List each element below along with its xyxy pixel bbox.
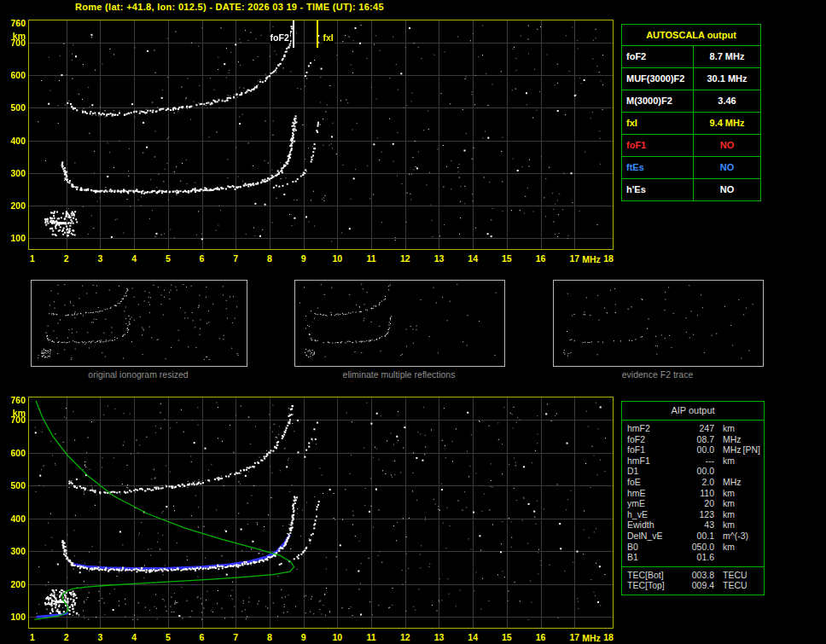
- top-plot-xtick-1: 1: [25, 253, 40, 264]
- aip-row-11: B0050.0km: [622, 542, 764, 553]
- aip-row-4: D100.0: [622, 466, 764, 477]
- bottom-plot-ytick-600: 600: [2, 448, 26, 458]
- caption-evidence-f2: evidence F2 trace: [553, 369, 762, 380]
- bottom-plot-ytick-200: 200: [2, 579, 26, 589]
- aip-param-name: foE: [622, 477, 680, 488]
- aip-row-5: foE2.0MHz: [622, 477, 764, 488]
- aip-param-value: 050.0: [680, 542, 714, 553]
- autoscala-param-label: h'Es: [622, 179, 694, 200]
- thumbnail-evidence-f2: [553, 280, 764, 367]
- bottom-plot-x-unit: MHz: [582, 633, 601, 643]
- bottom-plot-y-unit: km: [2, 408, 26, 418]
- aip-tec-row-1: TEC[Top]009.4TECU: [622, 580, 764, 591]
- aip-row-12: B101.6: [622, 552, 764, 563]
- thumbnail-original-canvas: [32, 281, 247, 366]
- aip-param-name: hmF2: [622, 423, 680, 434]
- aip-param-name: DelN_vE: [622, 531, 680, 542]
- aip-param-value: 00.0: [680, 444, 714, 455]
- bottom-plot-xtick-2: 2: [59, 632, 74, 642]
- top-plot-ytick-400: 400: [2, 136, 26, 146]
- aip-param-unit: [714, 552, 764, 563]
- ionogram-bottom-plot: [28, 397, 614, 629]
- aip-param-unit: km: [714, 519, 764, 531]
- ionogram-top-plot: foF2fxI: [28, 20, 614, 250]
- top-plot-ytick-760: 760: [2, 18, 26, 28]
- bottom-plot-xtick-3: 3: [92, 632, 108, 642]
- aip-param-name: foF2: [622, 434, 680, 445]
- top-plot-x-unit: MHz: [582, 254, 601, 264]
- aip-param-name: TEC[Top]: [622, 580, 680, 591]
- bottom-plot-ytick-400: 400: [2, 513, 26, 524]
- aip-param-unit: m^(-3): [714, 531, 764, 542]
- aip-row-6: hmE110km: [622, 488, 764, 499]
- thumbnail-eliminate-reflections: [294, 280, 505, 367]
- autoscala-param-value: NO: [694, 135, 760, 156]
- bottom-plot-xtick-4: 4: [126, 632, 142, 642]
- bottom-plot-xtick-18: 18: [601, 632, 616, 642]
- aip-rows: hmF2247kmfoF208.7MHzfoF100.0MHz[PN]hmF1-…: [622, 421, 764, 566]
- autoscala-output-table: AUTOSCALA outputfoF28.7 MHzMUF(3000)F230…: [621, 24, 761, 201]
- bottom-plot-xtick-14: 14: [465, 632, 480, 642]
- aip-row-1: foF208.7MHz: [622, 434, 764, 445]
- top-plot-ytick-300: 300: [2, 168, 26, 178]
- top-plot-xtick-2: 2: [59, 253, 74, 264]
- thumbnail-eliminate-canvas: [295, 281, 504, 366]
- aip-output-table: AIP outputhmF2247kmfoF208.7MHzfoF100.0MH…: [621, 401, 765, 595]
- autoscala-param-value: NO: [694, 157, 760, 178]
- top-plot-ytick-600: 600: [2, 70, 26, 80]
- top-plot-xtick-5: 5: [160, 253, 176, 264]
- top-plot-xtick-13: 13: [431, 253, 446, 264]
- thumbnail-evidence-canvas: [554, 281, 763, 366]
- caption-eliminate-reflections: eliminate multiple reflections: [294, 369, 503, 380]
- bottom-plot-xtick-5: 5: [160, 632, 176, 642]
- aip-param-name: Ewidth: [622, 519, 680, 531]
- aip-param-name: foF1: [622, 444, 680, 455]
- autoscala-row-1: MUF(3000)F230.1 MHz: [622, 68, 760, 90]
- aip-param-value: ---: [680, 455, 714, 467]
- aip-param-unit: km: [714, 498, 764, 509]
- autoscala-param-value: 3.46: [694, 90, 760, 112]
- autoscala-row-5: ftEsNO: [622, 157, 760, 179]
- autoscala-param-value: 9.4 MHz: [694, 113, 760, 134]
- top-plot-xtick-9: 9: [296, 253, 311, 264]
- aip-param-unit: TECU: [714, 570, 764, 581]
- bottom-plot-xtick-13: 13: [431, 632, 446, 642]
- top-plot-xtick-14: 14: [465, 253, 480, 264]
- aip-row-10: DelN_vE00.1m^(-3): [622, 531, 764, 542]
- top-plot-xtick-11: 11: [364, 253, 379, 264]
- aip-param-name: hmF1: [622, 455, 680, 467]
- aip-tec-row-0: TEC[Bot]003.8TECU: [622, 570, 764, 581]
- bottom-plot-xtick-8: 8: [262, 632, 277, 642]
- aip-param-value: 00.0: [680, 466, 714, 477]
- bottom-plot-xtick-12: 12: [398, 632, 413, 642]
- autoscala-param-label: foF1: [622, 135, 694, 156]
- aip-param-extra: [PN]: [743, 444, 764, 455]
- top-plot-ytick-500: 500: [2, 102, 26, 113]
- top-plot-xtick-18: 18: [601, 253, 616, 264]
- fof2-marker-line: [293, 20, 294, 48]
- autoscala-row-4: foF1NO: [622, 135, 760, 157]
- top-plot-xtick-7: 7: [228, 253, 243, 264]
- aip-param-unit: km: [714, 423, 764, 434]
- aip-row-2: foF100.0MHz[PN]: [622, 444, 764, 455]
- aip-row-8: h_vE123km: [622, 509, 764, 520]
- fxi-marker-label: fxI: [323, 32, 334, 44]
- bottom-plot-xtick-9: 9: [296, 632, 311, 642]
- top-plot-xtick-6: 6: [195, 253, 210, 264]
- autoscala-row-6: h'EsNO: [622, 179, 760, 200]
- fof2-marker-label: foF2: [270, 32, 290, 44]
- aip-param-unit: km: [714, 488, 764, 499]
- aip-param-value: 08.7: [680, 434, 714, 445]
- aip-row-0: hmF2247km: [622, 423, 764, 434]
- aip-param-name: B1: [622, 552, 680, 563]
- bottom-plot-xtick-17: 17: [567, 632, 582, 642]
- aip-tec-section: TEC[Bot]003.8TECUTEC[Top]009.4TECU: [622, 566, 764, 595]
- thumbnail-original-ionogram: [31, 280, 247, 367]
- autoscala-param-value: 8.7 MHz: [694, 46, 760, 67]
- aip-param-value: 43: [680, 519, 714, 531]
- station-date-title: Rome (lat: +41.8, lon: 012.5) - DATE: 20…: [75, 2, 384, 12]
- aip-param-unit: km: [714, 542, 764, 553]
- top-plot-xtick-15: 15: [499, 253, 515, 264]
- aip-param-unit: km: [714, 455, 764, 467]
- aip-param-unit: MHz: [714, 477, 764, 488]
